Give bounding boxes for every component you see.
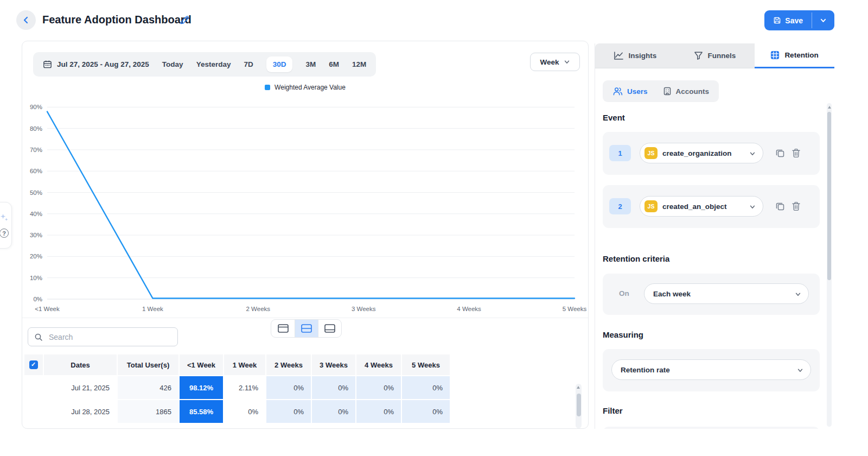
chevron-down-icon — [564, 59, 570, 65]
measuring-card: Retention rate — [603, 349, 820, 391]
granularity-select[interactable]: Week — [530, 53, 580, 71]
sidebar-scrollbar[interactable] — [827, 103, 832, 427]
retention-criteria-heading: Retention criteria — [603, 254, 669, 263]
delete-event-button[interactable] — [792, 148, 802, 159]
retention-line-chart[interactable]: 0%10%20%30%40%50%60%70%80%90%<1 Week1 We… — [24, 97, 588, 314]
tab-funnels[interactable]: Funnels — [675, 43, 755, 68]
retention-cell[interactable]: 0% — [312, 376, 356, 400]
retention-criteria-select[interactable]: Each week — [644, 283, 809, 304]
select-all-header — [24, 354, 44, 376]
column-header[interactable]: Dates — [44, 354, 118, 376]
save-button[interactable]: Save — [764, 10, 812, 30]
event-name: created_an_object — [662, 202, 727, 211]
copy-icon — [775, 201, 786, 211]
help-icon[interactable]: ? — [0, 229, 9, 238]
event-select[interactable]: JScreated_an_object — [640, 196, 763, 217]
date-preset-today[interactable]: Today — [162, 60, 183, 68]
filter-heading: Filter — [603, 406, 623, 415]
retention-cell[interactable]: 0% — [356, 376, 402, 400]
column-header[interactable]: Total User(s) — [118, 354, 180, 376]
legend-label: Weighted Average Value — [275, 84, 346, 91]
back-button[interactable] — [16, 10, 36, 30]
duplicate-event-button[interactable] — [775, 201, 786, 212]
svg-text:80%: 80% — [30, 125, 42, 132]
js-sdk-badge: JS — [644, 200, 658, 212]
date-preset-30d[interactable]: 30D — [266, 56, 293, 72]
calendar-icon — [43, 60, 52, 69]
date-cell: Jul 21, 2025 — [44, 376, 118, 400]
retention-cell[interactable]: 0% — [312, 400, 356, 424]
chevron-left-icon — [22, 16, 30, 24]
scroll-thumb[interactable] — [827, 112, 831, 280]
chevron-down-icon — [820, 17, 827, 24]
legend-swatch — [265, 85, 270, 90]
entity-toggle: UsersAccounts — [603, 80, 719, 102]
report-type-tabs: InsightsFunnelsRetention — [595, 43, 834, 68]
table-scrollbar[interactable] — [576, 384, 582, 428]
column-header[interactable]: 3 Weeks — [312, 354, 356, 376]
event-section-heading: Event — [603, 113, 625, 122]
scroll-thumb[interactable] — [577, 394, 581, 416]
retention-criteria-card: On Each week — [603, 274, 820, 315]
table-row[interactable]: Jul 28, 2025186585.58%0%0%0%0%0% — [24, 400, 451, 424]
layout-chart-only-button[interactable] — [271, 320, 295, 337]
svg-text:4 Weeks: 4 Weeks — [457, 306, 481, 312]
date-range-picker[interactable]: Jul 27, 2025 - Aug 27, 2025 — [43, 60, 149, 69]
retention-cell[interactable]: 98.12% — [180, 376, 224, 400]
event-index-badge: 2 — [609, 198, 631, 214]
retention-cell[interactable]: 0% — [266, 376, 312, 400]
column-header[interactable]: 2 Weeks — [266, 354, 312, 376]
tab-label: Insights — [629, 52, 657, 60]
layout-table-only-button[interactable] — [318, 320, 341, 337]
tab-retention[interactable]: Retention — [755, 43, 834, 68]
save-button-label: Save — [785, 16, 803, 25]
edit-title-icon[interactable] — [179, 15, 190, 26]
page-title: Feature Adoption Dashboard — [42, 14, 192, 26]
column-header[interactable]: 4 Weeks — [356, 354, 402, 376]
retention-cell[interactable]: 0% — [266, 400, 312, 424]
retention-cell[interactable]: 2.11% — [224, 376, 266, 400]
column-header[interactable]: 1 Week — [224, 354, 266, 376]
event-select[interactable]: JScreate_organization — [640, 143, 763, 163]
retention-cell[interactable]: 0% — [356, 400, 402, 424]
svg-text:90%: 90% — [30, 104, 42, 110]
report-config-sidebar: InsightsFunnelsRetention UsersAccounts E… — [595, 43, 834, 429]
chevron-down-icon — [795, 291, 801, 297]
event-row-1: 1JScreate_organization — [603, 132, 820, 175]
date-preset-7d[interactable]: 7D — [244, 60, 253, 68]
layout-split-button[interactable] — [295, 320, 318, 337]
funnel-icon — [694, 51, 703, 60]
top-header: Feature Adoption Dashboard Save — [0, 0, 868, 36]
sparkles-icon[interactable] — [0, 213, 9, 222]
svg-text:1 Week: 1 Week — [142, 306, 163, 312]
on-label: On — [619, 289, 629, 297]
duplicate-event-button[interactable] — [775, 148, 786, 159]
entity-option-users[interactable]: Users — [606, 83, 654, 99]
trash-icon — [792, 148, 802, 158]
date-preset-12m[interactable]: 12M — [352, 60, 366, 68]
scroll-up-arrow[interactable] — [828, 106, 831, 109]
event-name: create_organization — [662, 149, 732, 157]
scroll-up-arrow[interactable] — [577, 386, 580, 389]
entity-option-accounts[interactable]: Accounts — [656, 83, 716, 99]
save-options-button[interactable] — [812, 10, 834, 30]
retention-cell[interactable]: 0% — [402, 376, 451, 400]
date-preset-3m[interactable]: 3M — [305, 60, 316, 68]
granularity-label: Week — [540, 58, 559, 66]
retention-cell[interactable]: 0% — [402, 400, 451, 424]
tab-insights[interactable]: Insights — [595, 43, 675, 68]
select-all-checkbox[interactable] — [29, 360, 38, 369]
retention-cell[interactable]: 85.58% — [180, 400, 224, 424]
date-preset-yesterday[interactable]: Yesterday — [196, 60, 231, 68]
search-input[interactable] — [48, 332, 171, 342]
table-row[interactable]: Jul 21, 202542698.12%2.11%0%0%0%0% — [24, 376, 451, 400]
chevron-down-icon — [797, 367, 803, 373]
retention-cell[interactable]: 0% — [224, 400, 266, 424]
svg-text:70%: 70% — [30, 147, 42, 153]
date-preset-6m[interactable]: 6M — [329, 60, 339, 68]
delete-event-button[interactable] — [792, 201, 802, 212]
total-users-cell: 1865 — [118, 400, 180, 424]
column-header[interactable]: <1 Week — [180, 354, 224, 376]
measuring-select[interactable]: Retention rate — [611, 359, 811, 380]
column-header[interactable]: 5 Weeks — [402, 354, 451, 376]
